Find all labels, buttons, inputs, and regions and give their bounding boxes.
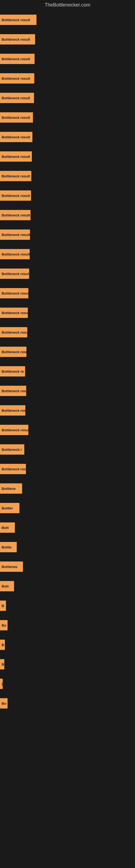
bar-19: Bottleneck resu	[0, 386, 26, 396]
bar-13: Bottleneck result	[0, 269, 29, 279]
bar-label-20: Bottleneck res	[2, 408, 26, 412]
bar-label-11: Bottleneck result	[2, 233, 30, 237]
bar-22: Bottleneck r	[0, 444, 24, 455]
bar-row-5: Bottleneck result	[0, 108, 135, 127]
bar-30: B	[0, 600, 6, 611]
bar-row-33: B	[0, 654, 135, 674]
bar-label-10: Bottleneck result	[2, 213, 30, 217]
bar-label-30: B	[2, 604, 4, 608]
bar-row-24: Bottlene	[0, 479, 135, 498]
bar-15: Bottleneck result	[0, 308, 28, 318]
bar-row-32: B	[0, 635, 135, 654]
bar-10: Bottleneck result	[0, 210, 31, 220]
bar-label-3: Bottleneck result	[2, 76, 30, 81]
bar-14: Bottleneck result	[0, 288, 28, 299]
bar-24: Bottlene	[0, 484, 22, 494]
bar-row-28: Bottlenec	[0, 557, 135, 577]
bar-row-3: Bottleneck result	[0, 69, 135, 88]
bar-25: Bottler	[0, 503, 19, 513]
bar-row-31: Bo	[0, 616, 135, 635]
bar-label-14: Bottleneck result	[2, 291, 28, 296]
bar-row-25: Bottler	[0, 498, 135, 518]
bar-row-29: Bott	[0, 577, 135, 596]
bar-label-16: Bottleneck result	[2, 330, 27, 335]
bar-row-21: Bottleneck result	[0, 420, 135, 440]
bar-label-26: Bott	[2, 526, 9, 530]
bar-33: B	[0, 659, 4, 670]
bar-label-21: Bottleneck result	[2, 428, 28, 432]
bar-row-0: Bottleneck result	[0, 10, 135, 30]
bar-35: Bo	[0, 698, 8, 709]
bar-row-14: Bottleneck result	[0, 283, 135, 303]
bar-11: Bottleneck result	[0, 229, 30, 240]
bar-20: Bottleneck res	[0, 405, 26, 415]
bar-label-8: Bottleneck result	[2, 174, 30, 178]
bar-26: Bott	[0, 522, 15, 533]
bar-row-13: Bottleneck result	[0, 264, 135, 283]
bar-label-6: Bottleneck result	[2, 135, 30, 139]
bar-row-6: Bottleneck result	[0, 127, 135, 147]
bar-1: Bottleneck result	[0, 34, 35, 44]
bar-label-22: Bottleneck r	[2, 447, 22, 452]
bar-label-1: Bottleneck result	[2, 37, 30, 41]
bar-label-13: Bottleneck result	[2, 272, 29, 276]
bar-row-27: Bottle	[0, 537, 135, 557]
bar-row-34: |	[0, 674, 135, 693]
bar-label-33: B	[2, 662, 4, 666]
bar-12: Bottleneck result	[0, 249, 30, 259]
bar-label-0: Bottleneck result	[2, 18, 30, 22]
bar-18: Bottleneck re	[0, 366, 25, 376]
bar-34: |	[0, 679, 3, 689]
bar-row-23: Bottleneck resu	[0, 459, 135, 479]
bar-row-11: Bottleneck result	[0, 225, 135, 244]
bar-label-35: Bo	[2, 702, 6, 706]
bar-0: Bottleneck result	[0, 14, 37, 25]
bar-row-15: Bottleneck result	[0, 303, 135, 322]
bar-row-20: Bottleneck res	[0, 401, 135, 420]
bar-7: Bottleneck result	[0, 151, 32, 162]
bar-16: Bottleneck result	[0, 327, 27, 337]
bar-4: Bottleneck result	[0, 93, 34, 103]
bar-row-19: Bottleneck resu	[0, 381, 135, 401]
bar-31: Bo	[0, 620, 8, 630]
bar-row-12: Bottleneck result	[0, 244, 135, 264]
bar-label-15: Bottleneck result	[2, 311, 28, 315]
bar-row-1: Bottleneck result	[0, 30, 135, 49]
bar-6: Bottleneck result	[0, 132, 32, 142]
bar-label-28: Bottlenec	[2, 565, 17, 569]
bar-row-16: Bottleneck result	[0, 322, 135, 342]
bar-17: Bottleneck resu	[0, 347, 27, 357]
bar-row-9: Bottleneck result	[0, 186, 135, 205]
bar-label-4: Bottleneck result	[2, 96, 30, 100]
bar-label-34: |	[2, 682, 3, 686]
bar-row-30: B	[0, 596, 135, 616]
bar-23: Bottleneck resu	[0, 464, 26, 474]
bar-label-17: Bottleneck resu	[2, 350, 27, 354]
bar-5: Bottleneck result	[0, 112, 33, 123]
bar-row-8: Bottleneck result	[0, 166, 135, 186]
bar-27: Bottle	[0, 542, 17, 552]
bar-9: Bottleneck result	[0, 190, 31, 201]
bar-label-23: Bottleneck resu	[2, 467, 26, 471]
bar-label-19: Bottleneck resu	[2, 389, 26, 393]
bar-row-35: Bo	[0, 693, 135, 713]
bar-label-25: Bottler	[2, 506, 13, 510]
bar-row-7: Bottleneck result	[0, 147, 135, 166]
bar-label-7: Bottleneck result	[2, 155, 30, 159]
bar-label-2: Bottleneck result	[2, 57, 30, 61]
bar-row-22: Bottleneck r	[0, 440, 135, 459]
bar-3: Bottleneck result	[0, 73, 34, 84]
bar-8: Bottleneck result	[0, 171, 31, 181]
bar-row-17: Bottleneck resu	[0, 342, 135, 362]
bar-label-27: Bottle	[2, 545, 12, 549]
bar-label-5: Bottleneck result	[2, 116, 30, 120]
bar-32: B	[0, 640, 5, 650]
site-title: TheBottlenecker.com	[0, 0, 135, 10]
bar-21: Bottleneck result	[0, 425, 28, 435]
bar-29: Bott	[0, 581, 14, 591]
bar-label-29: Bott	[2, 584, 9, 588]
bar-label-24: Bottlene	[2, 487, 16, 491]
bar-label-18: Bottleneck re	[2, 369, 24, 373]
bar-row-26: Bott	[0, 518, 135, 537]
bar-2: Bottleneck result	[0, 54, 35, 64]
